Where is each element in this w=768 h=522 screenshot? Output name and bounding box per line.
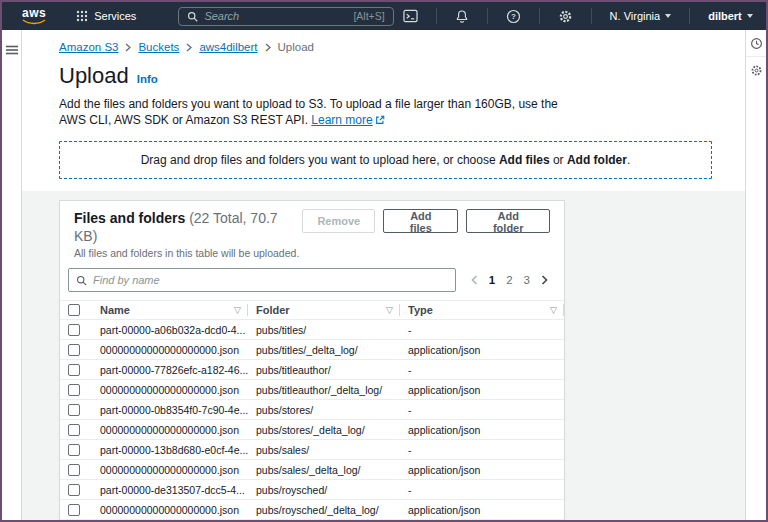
cloudshell-terminal-icon [403,9,418,23]
cloudshell-button[interactable] [394,9,427,23]
nav-divider [591,8,592,24]
notifications-button[interactable] [446,9,478,24]
table-row[interactable]: 00000000000000000000.json pubs/titles/_d… [60,340,564,360]
table-row[interactable]: part-00000-a06b032a-dcd0-4... pubs/title… [60,320,564,340]
clock-icon [750,37,763,50]
table-row[interactable]: part-00000-77826efc-a182-46... pubs/titl… [60,360,564,380]
page-title: Upload [59,63,129,89]
select-all-checkbox[interactable] [68,304,80,316]
sidebar-toggle-button[interactable] [6,37,18,63]
filter-box[interactable] [68,268,456,292]
row-checkbox[interactable] [68,404,80,416]
hamburger-icon [6,45,18,55]
page-header-section: Amazon S3 Buckets aws4dilbert Upload Upl… [22,30,745,191]
file-name: 00000000000000000000.json [92,504,248,516]
add-files-button[interactable]: Add files [383,209,458,233]
file-type: application/json [400,464,564,476]
remove-button[interactable]: Remove [302,209,375,233]
row-checkbox[interactable] [68,484,80,496]
settings-button[interactable] [549,9,582,24]
sort-icon[interactable]: ▽ [234,305,241,315]
table-body: part-00000-a06b032a-dcd0-4... pubs/title… [60,320,564,520]
file-name: part-00000-a06b032a-dcd0-4... [92,324,248,336]
table-row[interactable]: 00000000000000000000.json pubs/roysched/… [60,500,564,520]
table-row[interactable]: 00000000000000000000.json pubs/titleauth… [60,380,564,400]
gear-icon [558,9,573,24]
nav-divider [436,8,437,24]
file-name: part-00000-77826efc-a182-46... [92,364,248,376]
previous-page-button[interactable] [471,275,478,285]
dropzone-text: Drag and drop files and folders you want… [141,153,631,167]
row-checkbox[interactable] [68,324,80,336]
page-number-1[interactable]: 1 [489,274,495,286]
breadcrumb-link-bucket-name[interactable]: aws4dilbert [199,41,257,53]
sort-icon[interactable]: ▽ [386,305,393,315]
file-name: 00000000000000000000.json [92,344,248,356]
tools-panel-button[interactable] [746,57,766,83]
file-folder: pubs/titleauthor/_delta_log/ [248,384,400,396]
table-row[interactable]: part-00000-0b8354f0-7c90-4e... pubs/stor… [60,400,564,420]
file-type: application/json [400,384,564,396]
panel-actions: Remove Add files Add folder [302,209,550,233]
row-checkbox[interactable] [68,444,80,456]
file-folder: pubs/sales/_delta_log/ [248,464,400,476]
add-folder-button[interactable]: Add folder [466,209,550,233]
info-link[interactable]: Info [137,73,158,85]
file-folder: pubs/stores/ [248,404,400,416]
right-sidebar-rail [745,30,766,520]
aws-logo[interactable]: aws [22,7,46,25]
chevron-right-icon [125,43,131,52]
services-menu[interactable]: Services [76,10,136,22]
global-search[interactable]: [Alt+S] [178,7,393,26]
drag-drop-zone[interactable]: Drag and drop files and folders you want… [59,141,712,179]
description-text: Add the files and folders you want to up… [59,97,558,127]
breadcrumb-link-amazon-s3[interactable]: Amazon S3 [59,41,118,53]
search-shortcut-hint: [Alt+S] [353,10,384,22]
history-panel-button[interactable] [746,30,766,56]
file-type: - [400,484,564,496]
chevron-right-icon [186,43,192,52]
question-icon: ? [506,9,521,24]
files-and-folders-panel: Files and folders (22 Total, 70.7 KB) Al… [59,200,565,520]
help-button[interactable]: ? [497,9,530,24]
external-link-icon [375,115,385,125]
page-number-3[interactable]: 3 [524,274,530,286]
file-name: part-00000-de313507-dcc5-4... [92,484,248,496]
table-row[interactable]: 00000000000000000000.json pubs/sales/_de… [60,460,564,480]
breadcrumb-link-buckets[interactable]: Buckets [138,41,179,53]
table-header-row: Name▽ Folder▽ Type▽ [60,300,564,320]
column-header-folder: Folder▽ [248,301,400,319]
top-navigation-bar: aws Services [Alt+S] ? [2,2,766,30]
nav-divider [539,8,540,24]
sort-icon[interactable]: ▽ [550,305,557,315]
panel-subtitle: All files and folders in this table will… [74,247,302,259]
file-type: application/json [400,344,564,356]
row-checkbox[interactable] [68,464,80,476]
search-input[interactable] [204,10,347,22]
row-checkbox[interactable] [68,384,80,396]
file-type: - [400,364,564,376]
account-menu[interactable]: dilbert [699,10,762,22]
nav-right-group: ? N. Virginia dilbert [394,8,762,24]
aws-smile-icon [22,19,46,25]
table-row[interactable]: 00000000000000000000.json pubs/stores/_d… [60,420,564,440]
region-selector[interactable]: N. Virginia [601,10,681,22]
file-folder: pubs/titles/ [248,324,400,336]
main-content: Amazon S3 Buckets aws4dilbert Upload Upl… [22,30,745,520]
table-row[interactable]: part-00000-13b8d680-e0cf-4e... pubs/sale… [60,440,564,460]
find-by-name-input[interactable] [93,274,448,286]
search-icon [76,275,87,286]
row-checkbox[interactable] [68,504,80,516]
nav-divider [689,8,690,24]
row-checkbox[interactable] [68,344,80,356]
page-number-2[interactable]: 2 [506,274,512,286]
table-row[interactable]: part-00000-de313507-dcc5-4... pubs/roysc… [60,480,564,500]
row-checkbox[interactable] [68,424,80,436]
file-type: - [400,444,564,456]
file-name: part-00000-13b8d680-e0cf-4e... [92,444,248,456]
grid-icon [76,10,88,22]
nav-divider [487,8,488,24]
next-page-button[interactable] [541,275,548,285]
row-checkbox[interactable] [68,364,80,376]
learn-more-link[interactable]: Learn more [311,113,372,127]
